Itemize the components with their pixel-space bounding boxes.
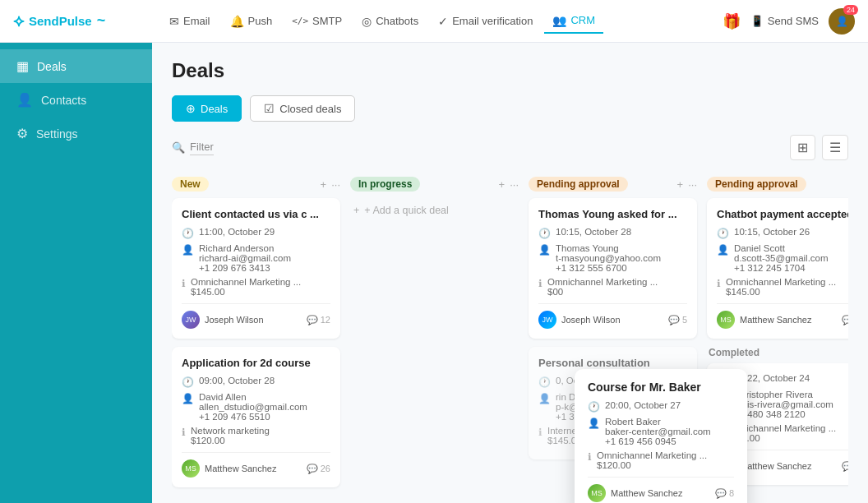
popup-card[interactable]: Course for Mr. Baker 🕐 20:00, October 27… xyxy=(575,369,747,503)
kanban-view-button[interactable]: ⊞ xyxy=(790,135,815,160)
comment-count: 💬 12 xyxy=(307,315,330,325)
card-service-info: Omnichannel Marketing ... $145.00 xyxy=(191,277,301,297)
card-service-info: Network marketing $120.00 xyxy=(191,426,270,445)
comment-num: 5 xyxy=(682,315,687,325)
sidebar-item-contacts[interactable]: 👤 Contacts xyxy=(0,83,152,117)
more-pending-icon[interactable]: ··· xyxy=(688,178,697,191)
comment-count: 💬 34 xyxy=(842,315,848,325)
card-chatbot-payment[interactable]: Chatbot payment accepted 🕐 10:15, Octobe… xyxy=(707,198,848,339)
comment-icon: 💬 xyxy=(307,464,318,474)
card-contact-info: David Allen allen_dstudio@gmail.com +1 2… xyxy=(199,392,307,422)
main-content: Deals ⊕ Deals ☑ Closed deals 🔍 Filter ⊞ xyxy=(152,43,868,503)
add-quick-deal[interactable]: + + Add a quick deal xyxy=(350,198,519,223)
assignee-name: Matthew Sanchez xyxy=(205,464,302,473)
clock-icon: 🕐 xyxy=(538,228,551,239)
person-icon: 👤 xyxy=(538,393,551,404)
more-new-icon[interactable]: ··· xyxy=(331,178,340,191)
nav-right: 🎁 📱 Send SMS 👤 24 xyxy=(723,8,855,35)
nav-smtp[interactable]: </> SMTP xyxy=(284,10,350,32)
card-application-2d[interactable]: Application for 2d course 🕐 09:00, Octob… xyxy=(172,347,340,487)
contacts-icon: 👤 xyxy=(16,92,33,108)
sidebar-contacts-label: Contacts xyxy=(41,94,86,107)
add-inprogress-icon[interactable]: + xyxy=(499,178,506,191)
contact-email: d.scott-35@gmail.com xyxy=(734,253,829,263)
popup-comment-num: 8 xyxy=(729,488,734,498)
send-sms-button[interactable]: 📱 Send SMS xyxy=(750,15,819,27)
tab-closed-deals[interactable]: ☑ Closed deals xyxy=(250,95,355,122)
email-icon: ✉ xyxy=(169,15,179,28)
filter-left: 🔍 Filter xyxy=(172,141,214,155)
tab-deals-icon: ⊕ xyxy=(186,102,196,115)
smtp-icon: </> xyxy=(292,16,308,26)
tab-closed-icon: ☑ xyxy=(264,102,275,115)
list-view-button[interactable]: ☰ xyxy=(822,135,848,160)
card-footer: MS Matthew Sanchez 💬 26 xyxy=(182,452,330,478)
nav-email[interactable]: ✉ Email xyxy=(161,10,219,33)
add-pending-icon[interactable]: + xyxy=(677,178,684,191)
card-service-row: ℹ Omnichannel Marketing ... $145.00 xyxy=(182,277,330,297)
assignee-avatar: MS xyxy=(182,459,200,478)
comment-count: 💬 5 xyxy=(668,315,687,325)
sidebar-settings-label: Settings xyxy=(36,127,78,141)
status-inprogress: In progress xyxy=(350,177,420,192)
sidebar-item-deals[interactable]: ▦ Deals xyxy=(0,49,152,83)
card-time-row: 🕐 11:00, October 29 xyxy=(182,227,330,239)
col-header-inprogress: In progress + ··· xyxy=(350,172,519,198)
layout: ▦ Deals 👤 Contacts ⚙ Settings Deals ⊕ De… xyxy=(0,43,868,503)
comment-icon: 💬 xyxy=(668,315,680,325)
card-contact-info: Daniel Scott d.scott-35@gmail.com +1 312… xyxy=(734,243,829,273)
phone-icon: 📱 xyxy=(750,15,764,27)
assignee-name: Matthew Sanchez xyxy=(740,461,837,471)
popup-comments: 💬 8 xyxy=(715,488,734,499)
contact-name: Thomas Young xyxy=(556,243,661,253)
info-icon: ℹ xyxy=(538,278,542,289)
tab-deals[interactable]: ⊕ Deals xyxy=(172,95,242,122)
top-nav: ⟡ SendPulse ~ ✉ Email 🔔 Push </> SMTP ◎ … xyxy=(0,0,868,43)
nav-smtp-label: SMTP xyxy=(312,15,342,27)
contact-phone: +1 312 245 1704 xyxy=(734,263,829,273)
nav-crm[interactable]: 👥 CRM xyxy=(544,9,603,34)
contact-name: Christopher Rivera xyxy=(734,390,833,399)
sidebar-deals-label: Deals xyxy=(37,60,67,73)
settings-icon: ⚙ xyxy=(16,126,28,141)
card-client-contacted[interactable]: Client contacted us via c ... 🕐 11:00, O… xyxy=(172,198,340,339)
contact-email: allen_dstudio@gmail.com xyxy=(199,402,307,412)
card-service-row: ℹ Omnichannel Marketing ... $145.00 xyxy=(717,277,848,297)
service-price: $120.00 xyxy=(191,436,270,445)
nav-ev-label: Email verification xyxy=(452,15,533,27)
tabs: ⊕ Deals ☑ Closed deals xyxy=(172,95,848,122)
popup-footer: MS Matthew Sanchez 💬 8 xyxy=(588,477,734,502)
card-contact-info: Christopher Rivera chris-rivera@gmail.co… xyxy=(734,390,833,419)
card-thomas-young[interactable]: Thomas Young asked for ... 🕐 10:15, Octo… xyxy=(529,198,697,339)
clock-icon: 🕐 xyxy=(588,401,600,413)
card-service-row: ℹ Network marketing $120.00 xyxy=(182,426,330,445)
nav-email-verification[interactable]: ✓ Email verification xyxy=(430,10,541,33)
gift-icon[interactable]: 🎁 xyxy=(723,12,741,30)
info-icon: ℹ xyxy=(182,427,186,438)
col-pending-actions: + ··· xyxy=(677,178,697,191)
card-title: Client contacted us via c ... xyxy=(182,208,330,220)
nav-chatbots[interactable]: ◎ Chatbots xyxy=(353,10,427,33)
card-service-info: Omnichannel Marketing ... $145.00 xyxy=(726,277,836,297)
crm-icon: 👥 xyxy=(552,14,566,27)
user-avatar-wrap[interactable]: 👤 24 xyxy=(829,8,855,35)
nav-push[interactable]: 🔔 Push xyxy=(222,10,281,33)
send-sms-label: Send SMS xyxy=(768,15,819,27)
add-new-icon[interactable]: + xyxy=(321,178,327,191)
assignee-name: Joseph Wilson xyxy=(561,315,663,325)
person-icon: 👤 xyxy=(717,244,729,256)
status-pending: Pending approval xyxy=(529,177,628,192)
clock-icon: 🕐 xyxy=(717,228,729,239)
info-icon: ℹ xyxy=(538,427,542,438)
more-inprogress-icon[interactable]: ··· xyxy=(510,178,519,191)
nav-chatbots-label: Chatbots xyxy=(376,15,418,27)
comment-count: 💬 26 xyxy=(307,464,330,474)
service-price: $00 xyxy=(547,287,658,297)
popup-contact-phone: +1 619 456 0945 xyxy=(605,436,711,446)
comment-icon: 💬 xyxy=(842,315,848,325)
filter-search[interactable]: 🔍 Filter xyxy=(172,141,214,155)
service-price: $145.00 xyxy=(191,287,301,297)
sidebar-item-settings[interactable]: ⚙ Settings xyxy=(0,117,152,150)
card-service-info: Omnichannel Marketing ... $00 xyxy=(547,277,658,297)
card-footer: JW Joseph Wilson 💬 12 xyxy=(182,303,330,329)
